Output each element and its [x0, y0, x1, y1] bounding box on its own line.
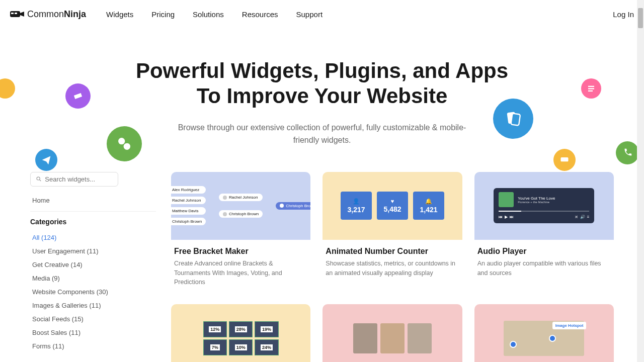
category-forms[interactable]: Forms (11): [30, 339, 156, 353]
svg-rect-10: [561, 157, 569, 161]
nav-pricing[interactable]: Pricing: [151, 10, 175, 19]
bell-icon: 🔔: [425, 198, 432, 205]
card-thumbnail: 👤3,217 ♥5,482 🔔1,421: [323, 172, 462, 240]
card-thumbnail: Image Hotspot: [474, 304, 614, 362]
next-icon: ⏭: [510, 215, 514, 219]
menu-icon: ≡: [587, 215, 590, 219]
nav-widgets[interactable]: Widgets: [106, 10, 133, 19]
svg-point-11: [37, 177, 40, 180]
audio-graphic: You've Got The Love Florence + the Machi…: [494, 188, 594, 223]
svg-rect-9: [511, 114, 520, 126]
svg-point-4: [124, 143, 130, 150]
svg-rect-2: [15, 13, 17, 14]
category-user-engagement[interactable]: User Engagement (11): [30, 244, 156, 258]
hero: Powerful Widgets, Plugins, and Apps To I…: [0, 28, 644, 162]
scrollbar[interactable]: [637, 0, 644, 362]
search-input[interactable]: [45, 175, 113, 183]
sidebar: Home Categories All (124) User Engagemen…: [30, 172, 156, 362]
brand-first: Common: [27, 9, 64, 19]
card-bracket-maker[interactable]: Alex Rodriguez Rachel Johnson Matthew Da…: [171, 172, 310, 292]
ticket-icon: [65, 83, 91, 109]
svg-rect-6: [588, 88, 594, 89]
nav-resources[interactable]: Resources: [242, 10, 278, 19]
card-desc: An audio player compatible with various …: [477, 259, 611, 278]
card-generic[interactable]: 12% 28% 19% 7% 10% 24%: [171, 304, 310, 362]
card-desc: Showcase statistics, metrics, or countdo…: [326, 259, 459, 278]
svg-rect-7: [588, 90, 593, 92]
phone-icon: [616, 141, 639, 164]
search-icon: [36, 175, 42, 183]
category-boost-sales[interactable]: Boost Sales (11): [30, 326, 156, 339]
svg-point-3: [118, 138, 125, 144]
category-get-creative[interactable]: Get Creative (14): [30, 258, 156, 272]
volume-icon: 🔊: [580, 215, 585, 219]
hero-subtitle: Browse through our extensive collection …: [171, 121, 473, 147]
svg-rect-1: [11, 13, 14, 14]
hero-title: Powerful Widgets, Plugins, and Apps To I…: [10, 58, 634, 109]
sidebar-home[interactable]: Home: [30, 194, 156, 207]
thumbs-icon: [107, 126, 142, 161]
navbar: CommonNinja Widgets Pricing Solutions Re…: [0, 0, 644, 28]
card-generic[interactable]: Image Hotspot: [474, 304, 614, 362]
list-icon: [581, 78, 601, 99]
category-media[interactable]: Media (9): [30, 272, 156, 285]
prev-icon: ⏮: [499, 215, 503, 219]
card-title: Animated Number Counter: [326, 247, 459, 256]
cards-icon: [493, 99, 533, 139]
message-icon: [553, 149, 576, 171]
heart-icon: ♥: [391, 198, 394, 204]
logo[interactable]: CommonNinja: [10, 9, 86, 20]
divider: [30, 211, 156, 212]
login-link[interactable]: Log In: [613, 10, 634, 19]
gallery-stub: [353, 323, 432, 353]
nav-links: Widgets Pricing Solutions Resources Supp…: [106, 10, 323, 19]
card-desc: Create Advanced online Brackets & Tourna…: [174, 259, 307, 287]
nav-support[interactable]: Support: [296, 10, 323, 19]
hotspot-stub: Image Hotspot: [504, 321, 584, 356]
album-art-icon: [499, 192, 514, 207]
card-title: Free Bracket Maker: [174, 247, 307, 256]
card-title: Audio Player: [477, 247, 611, 256]
counter-graphic: 👤3,217 ♥5,482 🔔1,421: [341, 192, 444, 220]
card-generic[interactable]: [323, 304, 462, 362]
svg-rect-5: [588, 86, 594, 87]
main-content: Home Categories All (124) User Engagemen…: [0, 162, 644, 362]
category-social-feeds[interactable]: Social Feeds (15): [30, 312, 156, 326]
percent-grid: 12% 28% 19% 7% 10% 24%: [203, 321, 279, 355]
card-number-counter[interactable]: 👤3,217 ♥5,482 🔔1,421 Animated Number Cou…: [323, 172, 462, 292]
bracket-graphic: Alex Rodriguez Rachel Johnson Matthew Da…: [178, 186, 303, 225]
progress-bar: [499, 211, 589, 212]
card-thumbnail: 12% 28% 19% 7% 10% 24%: [171, 304, 310, 362]
cards-grid: Alex Rodriguez Rachel Johnson Matthew Da…: [171, 172, 614, 362]
card-thumbnail: [323, 304, 462, 362]
brand-second: Ninja: [64, 9, 86, 19]
search-box[interactable]: [30, 172, 118, 187]
ninja-icon: [10, 10, 24, 18]
nav-solutions[interactable]: Solutions: [193, 10, 224, 19]
send-icon: [35, 149, 57, 171]
user-icon: 👤: [353, 198, 360, 205]
categories-heading: Categories: [30, 218, 156, 226]
card-thumbnail: You've Got The Love Florence + the Machi…: [474, 172, 614, 240]
category-website-components[interactable]: Website Components (30): [30, 285, 156, 299]
card-thumbnail: Alex Rodriguez Rachel Johnson Matthew Da…: [171, 172, 310, 240]
card-audio-player[interactable]: You've Got The Love Florence + the Machi…: [474, 172, 614, 292]
svg-line-12: [40, 180, 41, 182]
category-images-galleries[interactable]: Images & Galleries (11): [30, 299, 156, 312]
category-all[interactable]: All (124): [30, 231, 156, 244]
categories-list: All (124) User Engagement (11) Get Creat…: [30, 231, 156, 353]
play-icon: ▶: [505, 215, 508, 219]
shuffle-icon: ⤨: [575, 215, 578, 219]
